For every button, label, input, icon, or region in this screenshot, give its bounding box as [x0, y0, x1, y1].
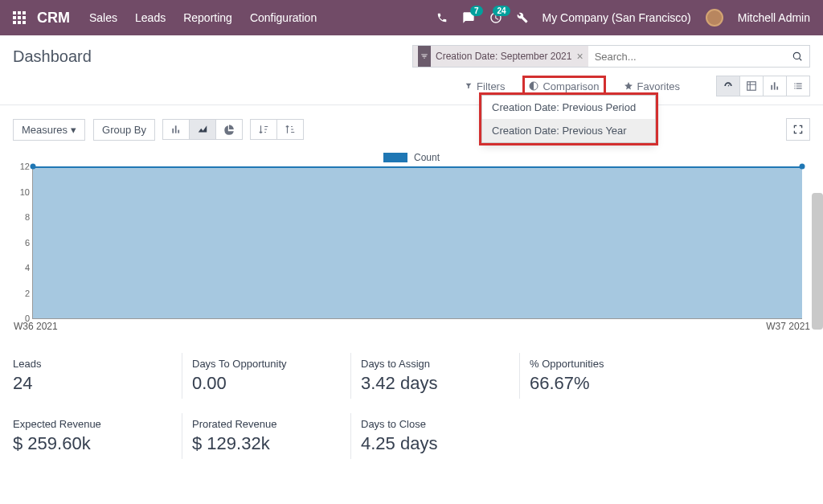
nav-sales[interactable]: Sales — [89, 11, 117, 24]
dropdown-item-prev-year[interactable]: Creation Date: Previous Year — [482, 119, 655, 142]
svg-rect-2 — [23, 11, 26, 14]
control-panel: Dashboard Creation Date: September 2021 … — [0, 35, 823, 105]
filter-buttons: Filters Comparison Favorites — [460, 77, 685, 96]
comparison-button[interactable]: Comparison — [524, 77, 604, 96]
svg-rect-3 — [13, 16, 16, 19]
company-switcher[interactable]: My Company (San Francisco) — [543, 11, 691, 24]
search-box[interactable]: Creation Date: September 2021 × — [412, 45, 810, 68]
search-icon[interactable] — [785, 51, 809, 62]
svg-rect-13 — [774, 82, 776, 89]
brand[interactable]: CRM — [37, 10, 70, 27]
sort-group — [251, 119, 304, 140]
kpi-card[interactable]: Leads24 — [13, 353, 170, 399]
svg-rect-7 — [18, 21, 21, 24]
area-chart-icon[interactable] — [189, 119, 216, 140]
legend-label: Count — [414, 152, 440, 163]
svg-rect-8 — [23, 21, 26, 24]
kpi-value: 3.42 days — [361, 373, 508, 394]
y-tick: 8 — [14, 212, 30, 222]
measures-button[interactable]: Measures ▾ — [13, 119, 85, 141]
activities-icon[interactable]: 24 — [489, 11, 502, 24]
comparison-dropdown: Creation Date: Previous Period Creation … — [481, 95, 656, 143]
kpi-value: $ 129.32k — [192, 433, 339, 454]
nav-leads[interactable]: Leads — [135, 11, 166, 24]
dashboard-body: Measures ▾ Group By Count 024681012W36 2… — [0, 105, 823, 499]
kpi-value: 4.25 days — [361, 433, 508, 454]
chart-plot: 024681012W36 2021W37 2021 — [32, 166, 802, 319]
svg-rect-0 — [13, 11, 16, 14]
kpi-card[interactable]: Days to Close4.25 days — [350, 413, 508, 459]
pie-chart-icon[interactable] — [215, 119, 243, 140]
kpi-row-1: Leads24Days To Opportunity0.00Days to As… — [13, 353, 810, 399]
pivot-view-icon[interactable] — [739, 76, 764, 96]
graph-view-icon[interactable] — [763, 76, 787, 96]
activities-badge: 24 — [493, 6, 510, 16]
chip-label: Creation Date: September 2021 — [436, 51, 571, 62]
avatar[interactable] — [706, 9, 723, 27]
bar-chart-icon[interactable] — [162, 119, 190, 140]
chart-toolbar: Measures ▾ Group By — [13, 118, 810, 141]
chart-area — [33, 166, 802, 318]
chip-close-icon[interactable]: × — [576, 50, 583, 63]
dropdown-item-prev-period[interactable]: Creation Date: Previous Period — [482, 96, 655, 119]
svg-rect-1 — [18, 11, 21, 14]
nav-right: 7 24 My Company (San Francisco) Mitchell… — [436, 9, 810, 27]
apps-icon[interactable] — [13, 11, 26, 24]
svg-rect-14 — [776, 87, 778, 90]
sort-desc-icon[interactable] — [250, 119, 277, 140]
chart: Count 024681012W36 2021W37 2021 — [13, 152, 810, 337]
kpi-label: Leads — [13, 358, 170, 370]
svg-rect-5 — [23, 16, 26, 19]
svg-rect-17 — [178, 130, 179, 133]
kpi-value: $ 259.60k — [13, 433, 170, 454]
nav-configuration[interactable]: Configuration — [250, 11, 317, 24]
svg-rect-16 — [175, 125, 177, 133]
search-input[interactable] — [588, 51, 785, 63]
kpi-value: 24 — [13, 373, 170, 394]
nav-reporting[interactable]: Reporting — [183, 11, 232, 24]
x-category: W37 2021 — [766, 321, 810, 332]
group-by-button[interactable]: Group By — [93, 119, 155, 141]
phone-icon[interactable] — [436, 12, 448, 23]
kpi-label: Days to Close — [361, 418, 508, 430]
funnel-icon — [418, 46, 431, 67]
svg-point-9 — [793, 52, 800, 59]
chart-point — [31, 164, 36, 170]
kpi-card[interactable]: Days to Assign3.42 days — [350, 353, 508, 399]
kpi-card[interactable]: Days To Opportunity0.00 — [182, 353, 339, 399]
favorites-button[interactable]: Favorites — [619, 77, 685, 96]
user-name[interactable]: Mitchell Admin — [738, 11, 810, 24]
kpi-row-2: Expected Revenue$ 259.60kProrated Revenu… — [13, 413, 810, 459]
y-tick: 10 — [14, 187, 30, 197]
wrench-icon[interactable] — [517, 12, 528, 23]
messages-icon[interactable]: 7 — [462, 11, 475, 24]
y-tick: 6 — [14, 238, 30, 248]
x-category: W36 2021 — [14, 321, 58, 332]
kpi-label: % Opportunities — [530, 358, 677, 370]
y-tick: 2 — [14, 289, 30, 298]
sort-asc-icon[interactable] — [276, 119, 304, 140]
svg-rect-11 — [747, 82, 756, 91]
scrollbar[interactable] — [812, 193, 823, 330]
chart-point — [800, 164, 805, 170]
kpi-label: Days to Assign — [361, 358, 508, 370]
kpi-label: Expected Revenue — [13, 418, 170, 430]
svg-rect-12 — [771, 85, 772, 90]
kpi-value: 66.67% — [530, 373, 677, 394]
svg-rect-6 — [13, 21, 16, 24]
kpi-card[interactable]: % Opportunities66.67% — [519, 353, 677, 399]
filters-button[interactable]: Filters — [460, 77, 510, 96]
page-title: Dashboard — [13, 47, 92, 66]
search-chip[interactable]: Creation Date: September 2021 × — [413, 46, 588, 67]
kpi-card[interactable]: Prorated Revenue$ 129.32k — [182, 413, 339, 459]
top-nav: CRM Sales Leads Reporting Configuration … — [0, 0, 823, 35]
view-switcher — [717, 76, 810, 96]
messages-badge: 7 — [470, 6, 483, 16]
caret-down-icon: ▾ — [71, 124, 76, 136]
kpi-value: 0.00 — [192, 373, 339, 394]
dashboard-view-icon[interactable] — [716, 76, 740, 96]
fullscreen-icon[interactable] — [786, 118, 810, 141]
list-view-icon[interactable] — [786, 76, 810, 96]
svg-rect-4 — [18, 16, 21, 19]
kpi-card[interactable]: Expected Revenue$ 259.60k — [13, 413, 170, 459]
